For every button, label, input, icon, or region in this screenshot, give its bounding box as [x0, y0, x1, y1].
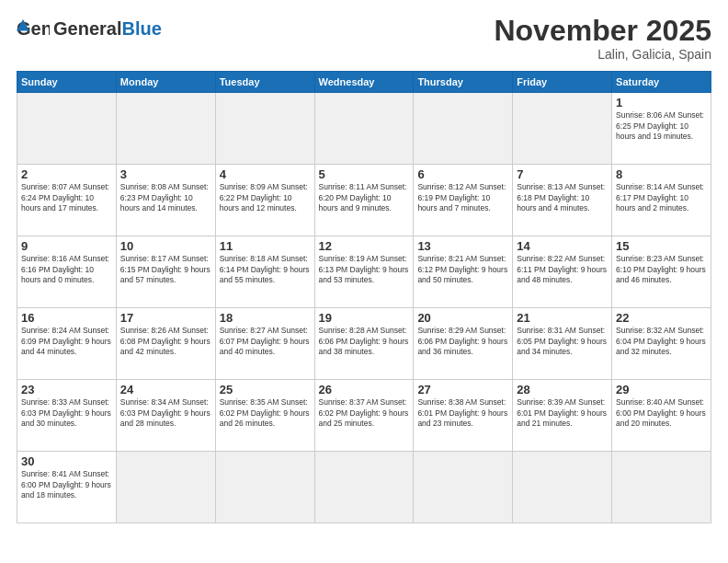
- col-sunday: Sunday: [17, 72, 117, 93]
- table-row: 17Sunrise: 8:26 AM Sunset: 6:08 PM Dayli…: [116, 308, 215, 380]
- table-row: 15Sunrise: 8:23 AM Sunset: 6:10 PM Dayli…: [612, 236, 711, 308]
- calendar-week-row: 1Sunrise: 8:06 AM Sunset: 6:25 PM Daylig…: [17, 93, 711, 165]
- day-number: 13: [417, 239, 508, 253]
- day-number: 4: [220, 167, 311, 181]
- table-row: 30Sunrise: 8:41 AM Sunset: 6:00 PM Dayli…: [17, 452, 117, 523]
- table-row: [17, 93, 117, 165]
- day-number: 25: [220, 383, 311, 396]
- day-number: 6: [417, 167, 508, 181]
- table-row: 23Sunrise: 8:33 AM Sunset: 6:03 PM Dayli…: [17, 380, 117, 452]
- table-row: 28Sunrise: 8:39 AM Sunset: 6:01 PM Dayli…: [513, 380, 612, 452]
- day-info: Sunrise: 8:11 AM Sunset: 6:20 PM Dayligh…: [319, 182, 410, 213]
- day-number: 17: [120, 311, 211, 325]
- logo-general: General: [53, 18, 121, 39]
- day-number: 2: [21, 167, 112, 181]
- day-info: Sunrise: 8:33 AM Sunset: 6:03 PM Dayligh…: [21, 397, 112, 429]
- table-row: 26Sunrise: 8:37 AM Sunset: 6:02 PM Dayli…: [314, 380, 414, 452]
- day-number: 14: [517, 239, 608, 253]
- table-row: 21Sunrise: 8:31 AM Sunset: 6:05 PM Dayli…: [513, 308, 612, 380]
- table-row: 10Sunrise: 8:17 AM Sunset: 6:15 PM Dayli…: [116, 236, 215, 308]
- table-row: 16Sunrise: 8:24 AM Sunset: 6:09 PM Dayli…: [17, 308, 117, 380]
- table-row: 29Sunrise: 8:40 AM Sunset: 6:00 PM Dayli…: [612, 380, 711, 452]
- header: General GeneralBlue November 2025 Lalin,…: [17, 15, 711, 62]
- title-block: November 2025 Lalin, Galicia, Spain: [494, 15, 711, 62]
- table-row: 9Sunrise: 8:16 AM Sunset: 6:16 PM Daylig…: [17, 236, 117, 308]
- day-number: 30: [21, 454, 112, 468]
- table-row: 7Sunrise: 8:13 AM Sunset: 6:18 PM Daylig…: [513, 165, 612, 236]
- table-row: 13Sunrise: 8:21 AM Sunset: 6:12 PM Dayli…: [414, 236, 513, 308]
- day-info: Sunrise: 8:39 AM Sunset: 6:01 PM Dayligh…: [517, 397, 608, 429]
- location-title: Lalin, Galicia, Spain: [494, 47, 711, 62]
- day-info: Sunrise: 8:14 AM Sunset: 6:17 PM Dayligh…: [616, 182, 707, 213]
- col-thursday: Thursday: [414, 72, 513, 93]
- table-row: [513, 452, 612, 523]
- calendar: Sunday Monday Tuesday Wednesday Thursday…: [17, 71, 711, 523]
- day-number: 7: [517, 167, 608, 181]
- day-number: 26: [319, 383, 410, 396]
- day-info: Sunrise: 8:19 AM Sunset: 6:13 PM Dayligh…: [319, 254, 410, 285]
- table-row: 6Sunrise: 8:12 AM Sunset: 6:19 PM Daylig…: [414, 165, 513, 236]
- day-info: Sunrise: 8:08 AM Sunset: 6:23 PM Dayligh…: [120, 182, 211, 213]
- day-info: Sunrise: 8:13 AM Sunset: 6:18 PM Dayligh…: [517, 182, 608, 213]
- table-row: [414, 452, 513, 523]
- day-info: Sunrise: 8:35 AM Sunset: 6:02 PM Dayligh…: [220, 397, 311, 429]
- table-row: 19Sunrise: 8:28 AM Sunset: 6:06 PM Dayli…: [314, 308, 414, 380]
- day-info: Sunrise: 8:34 AM Sunset: 6:03 PM Dayligh…: [120, 397, 211, 429]
- table-row: 2Sunrise: 8:07 AM Sunset: 6:24 PM Daylig…: [17, 165, 117, 236]
- logo-icon: General: [17, 15, 50, 42]
- table-row: [314, 452, 414, 523]
- table-row: 12Sunrise: 8:19 AM Sunset: 6:13 PM Dayli…: [314, 236, 414, 308]
- logo-blue: Blue: [121, 18, 161, 39]
- day-info: Sunrise: 8:27 AM Sunset: 6:07 PM Dayligh…: [220, 326, 311, 357]
- table-row: 11Sunrise: 8:18 AM Sunset: 6:14 PM Dayli…: [215, 236, 314, 308]
- day-number: 24: [120, 383, 211, 396]
- table-row: 24Sunrise: 8:34 AM Sunset: 6:03 PM Dayli…: [116, 380, 215, 452]
- calendar-week-row: 23Sunrise: 8:33 AM Sunset: 6:03 PM Dayli…: [17, 380, 711, 452]
- day-number: 12: [319, 239, 410, 253]
- day-info: Sunrise: 8:41 AM Sunset: 6:00 PM Dayligh…: [21, 469, 112, 500]
- day-info: Sunrise: 8:22 AM Sunset: 6:11 PM Dayligh…: [517, 254, 608, 285]
- table-row: 1Sunrise: 8:06 AM Sunset: 6:25 PM Daylig…: [612, 93, 711, 165]
- day-info: Sunrise: 8:31 AM Sunset: 6:05 PM Dayligh…: [517, 326, 608, 357]
- table-row: 22Sunrise: 8:32 AM Sunset: 6:04 PM Dayli…: [612, 308, 711, 380]
- table-row: 8Sunrise: 8:14 AM Sunset: 6:17 PM Daylig…: [612, 165, 711, 236]
- table-row: 5Sunrise: 8:11 AM Sunset: 6:20 PM Daylig…: [314, 165, 414, 236]
- day-number: 5: [319, 167, 410, 181]
- day-number: 8: [616, 167, 707, 181]
- day-number: 16: [21, 311, 112, 325]
- day-number: 29: [616, 383, 707, 396]
- day-number: 18: [220, 311, 311, 325]
- logo-text: GeneralBlue: [53, 19, 162, 38]
- day-number: 1: [616, 96, 707, 109]
- day-number: 9: [21, 239, 112, 253]
- table-row: [612, 452, 711, 523]
- table-row: 14Sunrise: 8:22 AM Sunset: 6:11 PM Dayli…: [513, 236, 612, 308]
- day-info: Sunrise: 8:21 AM Sunset: 6:12 PM Dayligh…: [417, 254, 508, 285]
- table-row: 25Sunrise: 8:35 AM Sunset: 6:02 PM Dayli…: [215, 380, 314, 452]
- day-info: Sunrise: 8:38 AM Sunset: 6:01 PM Dayligh…: [417, 397, 508, 429]
- col-tuesday: Tuesday: [215, 72, 314, 93]
- day-info: Sunrise: 8:12 AM Sunset: 6:19 PM Dayligh…: [417, 182, 508, 213]
- page: General GeneralBlue November 2025 Lalin,…: [0, 0, 728, 563]
- day-info: Sunrise: 8:29 AM Sunset: 6:06 PM Dayligh…: [417, 326, 508, 357]
- day-info: Sunrise: 8:24 AM Sunset: 6:09 PM Dayligh…: [21, 326, 112, 357]
- col-saturday: Saturday: [612, 72, 711, 93]
- day-info: Sunrise: 8:26 AM Sunset: 6:08 PM Dayligh…: [120, 326, 211, 357]
- day-info: Sunrise: 8:32 AM Sunset: 6:04 PM Dayligh…: [616, 326, 707, 357]
- day-info: Sunrise: 8:09 AM Sunset: 6:22 PM Dayligh…: [220, 182, 311, 213]
- day-info: Sunrise: 8:16 AM Sunset: 6:16 PM Dayligh…: [21, 254, 112, 285]
- table-row: 3Sunrise: 8:08 AM Sunset: 6:23 PM Daylig…: [116, 165, 215, 236]
- day-info: Sunrise: 8:07 AM Sunset: 6:24 PM Dayligh…: [21, 182, 112, 213]
- day-number: 19: [319, 311, 410, 325]
- day-number: 10: [120, 239, 211, 253]
- day-info: Sunrise: 8:06 AM Sunset: 6:25 PM Dayligh…: [616, 110, 707, 142]
- day-info: Sunrise: 8:23 AM Sunset: 6:10 PM Dayligh…: [616, 254, 707, 285]
- month-title: November 2025: [494, 15, 711, 47]
- calendar-week-row: 30Sunrise: 8:41 AM Sunset: 6:00 PM Dayli…: [17, 452, 711, 523]
- day-number: 23: [21, 383, 112, 396]
- day-number: 27: [417, 383, 508, 396]
- calendar-week-row: 2Sunrise: 8:07 AM Sunset: 6:24 PM Daylig…: [17, 165, 711, 236]
- table-row: 20Sunrise: 8:29 AM Sunset: 6:06 PM Dayli…: [414, 308, 513, 380]
- table-row: [116, 93, 215, 165]
- day-number: 28: [517, 383, 608, 396]
